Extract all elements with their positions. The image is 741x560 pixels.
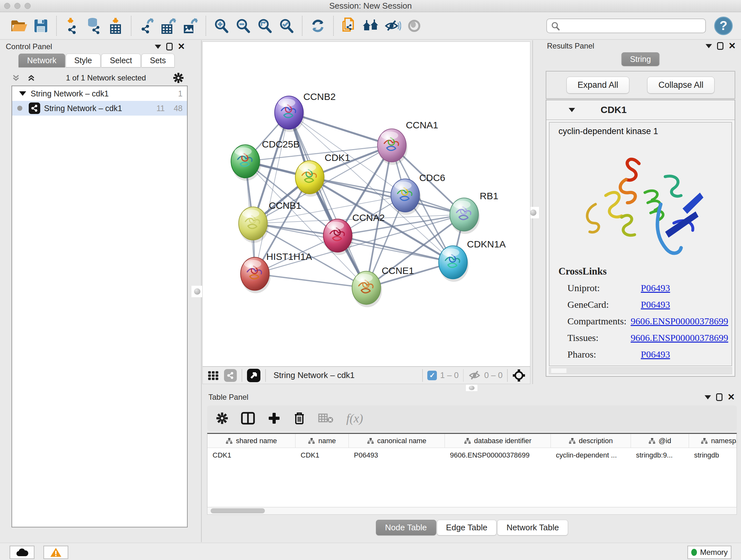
import-network-database-button[interactable] (84, 16, 103, 36)
birds-eye-view-icon[interactable] (247, 368, 261, 382)
left-splitter-handle[interactable] (192, 286, 203, 297)
crosslink-link[interactable]: 9606.ENSP00000378699 (630, 332, 728, 343)
collapse-all-icon[interactable] (11, 73, 20, 82)
zoom-out-button[interactable] (234, 16, 253, 36)
memory-button[interactable]: Memory (687, 546, 731, 559)
cloud-status-button[interactable] (10, 546, 35, 559)
panel-menu-icon[interactable] (704, 395, 711, 399)
network-node-CCNA1[interactable]: CCNA1 (378, 120, 438, 165)
crosslink-link[interactable]: P06493 (641, 299, 670, 310)
panel-close-icon[interactable]: ✕ (728, 393, 735, 401)
network-canvas[interactable]: CCNB2CCNA1CDC25BCDK1CDC6RB1CCNB1CCNA2CDK… (202, 42, 530, 367)
refresh-button[interactable] (309, 16, 327, 36)
network-node-CDC25B[interactable]: CDC25B (231, 139, 300, 181)
fit-selected-crosshair-icon[interactable] (512, 369, 526, 382)
show-columns-icon[interactable] (241, 412, 255, 425)
panel-float-icon[interactable] (716, 393, 723, 401)
toolbar-separator (131, 16, 131, 36)
scrollbar-thumb[interactable] (211, 508, 265, 513)
add-column-icon[interactable] (268, 412, 280, 425)
tab-select[interactable]: Select (101, 54, 140, 67)
import-table-file-button[interactable] (106, 16, 125, 36)
column-header-canonical-name[interactable]: canonical name (349, 434, 445, 448)
zoom-fit-button[interactable] (256, 16, 274, 36)
network-row[interactable]: String Network – cdk1 11 48 (12, 101, 187, 116)
panel-menu-icon[interactable] (705, 44, 712, 48)
network-node-CCNB2[interactable]: CCNB2 (275, 91, 336, 132)
crosslink-link[interactable]: P06493 (641, 283, 670, 294)
table-header-row: shared namenamecanonical namedatabase id… (207, 434, 737, 448)
column-header-description[interactable]: description (551, 434, 631, 448)
expand-all-button[interactable]: Expand All (566, 77, 630, 94)
expand-all-icon[interactable] (27, 73, 36, 82)
panel-float-icon[interactable] (717, 42, 724, 50)
crosslinks-list: Uniprot:P06493GeneCard:P06493Compartment… (567, 280, 728, 363)
network-share-icon[interactable] (224, 369, 237, 382)
export-table-button[interactable] (159, 16, 178, 36)
crosslink-label: Compartments: (567, 316, 630, 327)
network-node-CDKN1A[interactable]: CDKN1A (439, 239, 506, 282)
network-options-gear-icon[interactable] (173, 72, 184, 83)
crosslink-link[interactable]: P06493 (641, 349, 670, 360)
delete-table-icon[interactable] (318, 413, 333, 424)
show-all-networks-button[interactable] (361, 16, 380, 36)
results-scrollbar[interactable] (549, 367, 732, 374)
export-image-button[interactable] (181, 16, 199, 36)
open-session-button[interactable] (10, 16, 28, 36)
hidden-eye-icon[interactable] (468, 369, 481, 382)
network-node-CCNE1[interactable]: CCNE1 (352, 265, 414, 307)
save-session-button[interactable] (31, 16, 50, 36)
crosslink-row: GeneCard:P06493 (567, 296, 728, 313)
help-button[interactable]: ? (714, 17, 733, 35)
toolbar-separator (56, 16, 57, 36)
crosslinks-title: CrossLinks (558, 266, 607, 277)
import-network-file-button[interactable] (63, 16, 81, 36)
search-input[interactable] (546, 18, 706, 33)
tab-sets[interactable]: Sets (141, 54, 175, 67)
export-network-button[interactable] (138, 16, 156, 36)
collapse-gene-icon[interactable] (569, 108, 575, 112)
table-options-gear-icon[interactable] (216, 412, 228, 424)
node-label-RB1: RB1 (480, 191, 498, 201)
attribute-icon (701, 438, 708, 444)
table-cell: cyclin-dependent ... (551, 448, 631, 462)
table-panel: Table Panel ✕ f(x) shared namenamecanoni… (206, 391, 738, 540)
delete-column-trash-icon[interactable] (293, 412, 306, 425)
tab-edge-table[interactable]: Edge Table (437, 520, 497, 536)
node-label-CCNB1: CCNB1 (269, 200, 301, 211)
panel-close-icon[interactable]: ✕ (178, 42, 185, 51)
panel-float-icon[interactable] (166, 43, 173, 51)
tab-style[interactable]: Style (66, 54, 101, 67)
crosslink-link[interactable]: 9606.ENSP00000378699 (630, 316, 728, 327)
horizontal-splitter-handle[interactable] (466, 385, 477, 391)
tab-network[interactable]: Network (18, 54, 65, 67)
warning-status-button[interactable] (44, 546, 68, 559)
table-horizontal-scrollbar[interactable] (207, 507, 737, 515)
tab-network-table[interactable]: Network Table (497, 520, 568, 536)
table-row[interactable]: CDK1CDK1P064939606.ENSP00000378699cyclin… (207, 448, 737, 462)
network-collection-row[interactable]: String Network – cdk1 1 (12, 86, 187, 101)
grid-view-icon[interactable] (207, 369, 220, 382)
node-label-CDC25B: CDC25B (262, 139, 300, 149)
column-header-name[interactable]: name (295, 434, 349, 448)
network-node-RB1[interactable]: RB1 (450, 191, 498, 234)
panel-close-icon[interactable]: ✕ (729, 42, 736, 51)
zoom-selected-button[interactable] (277, 16, 296, 36)
column-header-database-identifier[interactable]: database identifier (445, 434, 551, 448)
zoom-in-button[interactable] (212, 16, 231, 36)
show-hidden-button[interactable] (405, 16, 423, 36)
selected-nodes-checkbox[interactable]: ✓ (427, 371, 437, 380)
collapse-icon[interactable] (19, 91, 26, 96)
column-header-shared-name[interactable]: shared name (207, 434, 295, 448)
panel-menu-icon[interactable] (155, 45, 161, 49)
collapse-all-button[interactable]: Collapse All (647, 77, 715, 94)
hide-selected-button[interactable] (383, 16, 402, 36)
column-header-namespace[interactable]: namespace (689, 434, 737, 448)
tab-string[interactable]: String (621, 52, 659, 66)
string-import-button[interactable] (340, 16, 358, 36)
network-view-title: String Network – cdk1 (273, 370, 354, 380)
network-node-HIST1H1A[interactable]: HIST1H1A (241, 251, 312, 294)
column-header--id[interactable]: @id (631, 434, 689, 448)
tab-node-table[interactable]: Node Table (376, 520, 436, 536)
gene-section-header[interactable]: CDK1 (546, 100, 735, 120)
